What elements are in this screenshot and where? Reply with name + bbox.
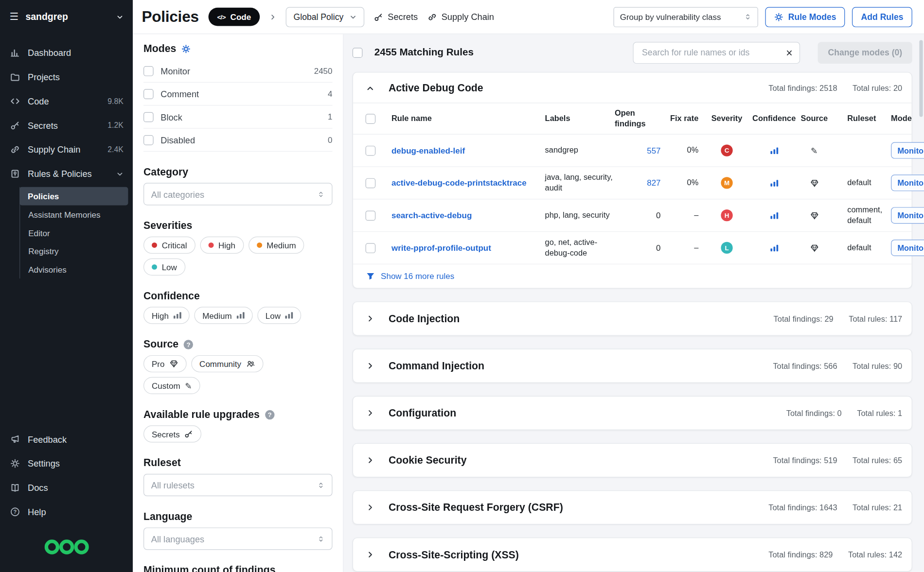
sidebar-item-feedback[interactable]: Feedback [0, 427, 133, 451]
mode-dropdown[interactable]: Monitor [891, 208, 924, 224]
block-checkbox[interactable] [143, 112, 154, 122]
row-checkbox[interactable] [366, 243, 376, 253]
category-select[interactable]: All categories [143, 183, 333, 205]
expand-icon[interactable] [366, 456, 374, 465]
expand-icon[interactable] [366, 551, 374, 559]
sidebar-item-assistant-memories[interactable]: Assistant Memories [20, 206, 128, 224]
key-icon [9, 120, 20, 131]
app: ☰ sandgrep Dashboard Projects Code 9.8K … [0, 0, 924, 572]
sidebar-footer: Feedback Settings Docs ? Help [0, 427, 133, 572]
group-by-select[interactable]: Group by vulnerability class [613, 7, 758, 27]
confidence-pill-low[interactable]: Low [257, 307, 302, 324]
rule-group-csrf[interactable]: Cross-Site Request Forgery (CSRF) Total … [353, 490, 912, 524]
code-product-tab[interactable]: </> Code [208, 8, 260, 26]
severity-pill-critical[interactable]: Critical [143, 237, 195, 254]
rule-name-link[interactable]: active-debug-code-printstacktrace [391, 177, 527, 189]
group-title: Configuration [389, 407, 456, 419]
dashboard-icon [9, 48, 20, 58]
add-rules-button[interactable]: Add Rules [852, 7, 912, 27]
filter-language: Language All languages [143, 510, 333, 550]
sidebar-item-help[interactable]: ? Help [0, 500, 133, 524]
severity-pill-high[interactable]: High [200, 237, 244, 254]
gem-icon [169, 359, 178, 368]
table-row: debug-enabled-leif sandgrep 557 0% C ✎ M… [353, 135, 912, 167]
gear-icon [774, 12, 783, 21]
open-findings-link[interactable]: 827 [647, 177, 660, 189]
sidebar-item-dashboard[interactable]: Dashboard [0, 41, 133, 65]
mode-dropdown[interactable]: Monitor [891, 175, 924, 191]
mode-count: 0 [328, 135, 332, 144]
change-modes-button[interactable]: Change modes (0) [818, 42, 912, 64]
rule-name-link[interactable]: search-active-debug [391, 210, 472, 221]
gear-icon [9, 458, 20, 469]
sidebar-item-policies[interactable]: Policies [19, 187, 128, 206]
open-findings-link[interactable]: 557 [647, 145, 660, 156]
mode-dropdown[interactable]: Monitor [891, 240, 924, 256]
rule-group-active-debug-code: Active Debug Code Total findings: 2518 T… [353, 72, 912, 289]
topbar: Policies </> Code Global Policy Secrets … [133, 0, 924, 34]
sidebar-item-rules-policies[interactable]: Rules & Policies [0, 162, 133, 186]
group-header[interactable]: Active Debug Code Total findings: 2518 T… [353, 72, 912, 103]
rule-group-code-injection[interactable]: Code Injection Total findings: 29 Total … [353, 302, 912, 336]
search-input[interactable] [641, 47, 785, 58]
severity-pill-medium[interactable]: Medium [249, 237, 304, 254]
org-switcher[interactable]: ☰ sandgrep [0, 0, 133, 34]
expand-icon[interactable] [366, 503, 374, 512]
sidebar-item-settings[interactable]: Settings [0, 451, 133, 476]
severity-pill-low[interactable]: Low [143, 259, 185, 276]
rule-group-command-injection[interactable]: Command Injection Total findings: 566 To… [353, 349, 912, 383]
group-select-checkbox[interactable] [366, 114, 376, 124]
filter-severities: Severities Critical High Medium Low [143, 220, 333, 276]
mode-dropdown[interactable]: Monitor [891, 142, 924, 159]
mode-filter-disabled: Disabled 0 [143, 129, 333, 152]
secrets-product-tab[interactable]: Secrets [373, 12, 418, 22]
sidebar-item-advisories[interactable]: Advisories [20, 260, 128, 278]
total-findings: Total findings: 1643 [768, 503, 837, 512]
source-pill-pro[interactable]: Pro [143, 355, 186, 372]
ruleset-select[interactable]: All rulesets [143, 474, 333, 496]
menu-icon[interactable]: ☰ [9, 12, 18, 22]
policy-select[interactable]: Global Policy [286, 7, 364, 27]
show-more-rules[interactable]: Show 16 more rules [353, 264, 912, 288]
row-checkbox[interactable] [366, 178, 376, 189]
sidebar-item-projects[interactable]: Projects [0, 65, 133, 89]
row-checkbox[interactable] [366, 146, 376, 156]
sidebar-item-editor[interactable]: Editor [20, 224, 128, 242]
expand-icon[interactable] [366, 362, 374, 370]
comment-checkbox[interactable] [143, 89, 154, 99]
expand-icon[interactable] [366, 409, 374, 417]
sidebar-item-docs[interactable]: Docs [0, 476, 133, 500]
clear-search-icon[interactable]: × [785, 47, 794, 58]
collapse-icon[interactable] [366, 84, 374, 92]
rule-name-link[interactable]: write-pprof-profile-output [391, 243, 491, 254]
language-select[interactable]: All languages [143, 527, 333, 550]
upgrade-pill-secrets[interactable]: Secrets [143, 425, 202, 442]
disabled-checkbox[interactable] [143, 135, 154, 145]
monitor-checkbox[interactable] [143, 66, 154, 76]
page-title: Policies [142, 8, 198, 26]
confidence-bars-icon [285, 312, 293, 318]
source-pill-custom[interactable]: Custom✎ [143, 377, 200, 394]
expand-icon[interactable] [366, 315, 374, 323]
confidence-pill-medium[interactable]: Medium [194, 307, 252, 324]
sidebar-item-code[interactable]: Code 9.8K [0, 89, 133, 113]
source-pill-community[interactable]: Community [191, 355, 263, 372]
help-tooltip-icon[interactable]: ? [184, 340, 193, 349]
rule-modes-button[interactable]: Rule Modes [765, 7, 845, 27]
sidebar-item-registry[interactable]: Registry [20, 242, 128, 260]
sidebar-item-supply-chain[interactable]: Supply Chain 2.4K [0, 138, 133, 162]
confidence-pill-high[interactable]: High [143, 307, 189, 324]
rule-group-cookie-security[interactable]: Cookie Security Total findings: 519 Tota… [353, 443, 912, 477]
rule-name-link[interactable]: debug-enabled-leif [391, 145, 465, 156]
supply-chain-product-tab[interactable]: Supply Chain [427, 12, 494, 22]
modes-settings-gear-icon[interactable] [181, 44, 191, 53]
rule-group-configuration[interactable]: Configuration Total findings: 0 Total ru… [353, 396, 912, 430]
select-all-checkbox[interactable] [353, 48, 363, 58]
sidebar-item-label: Settings [28, 458, 60, 468]
row-checkbox[interactable] [366, 210, 376, 221]
sidebar-nav: Dashboard Projects Code 9.8K Secrets 1.2… [0, 34, 133, 282]
scrollbar[interactable] [919, 40, 923, 117]
sidebar-item-secrets[interactable]: Secrets 1.2K [0, 113, 133, 138]
rule-group-xss[interactable]: Cross-Site-Scripting (XSS) Total finding… [353, 538, 912, 572]
help-tooltip-icon[interactable]: ? [265, 410, 274, 419]
